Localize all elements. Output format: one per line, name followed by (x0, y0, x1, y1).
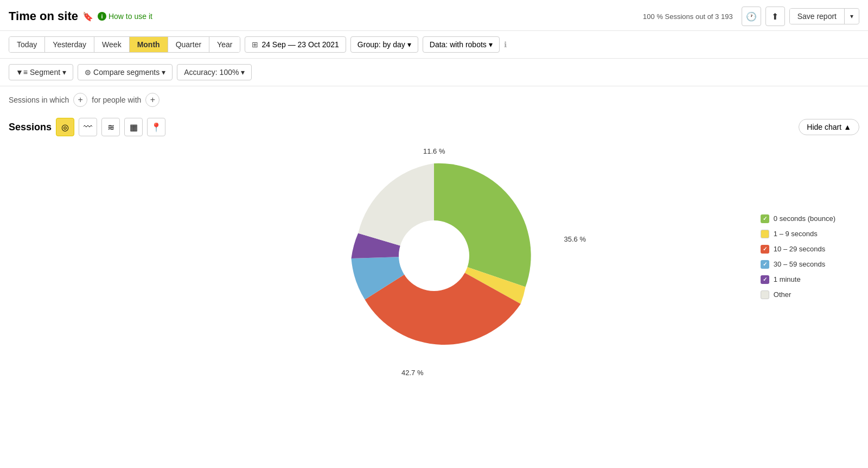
tab-year[interactable]: Year (209, 37, 240, 52)
geo-chart-type-button[interactable]: 📍 (147, 118, 165, 136)
date-range-value: 24 Sep — 23 Oct 2021 (261, 40, 339, 49)
sessions-info: 100 % Sessions out of 3 193 (643, 12, 733, 21)
area-chart-type-button[interactable]: ≋ (101, 118, 120, 136)
chevron-down-icon-3: ▾ (62, 68, 66, 77)
tab-yesterday[interactable]: Yesterday (45, 37, 94, 52)
legend-color-1min[interactable] (761, 275, 769, 284)
date-tab-group: Today Yesterday Week Month Quarter Year (9, 36, 240, 53)
donut-hole (399, 220, 469, 291)
data-filter-dropdown[interactable]: Data: with robots ▾ (423, 36, 500, 53)
add-people-condition-button[interactable]: + (145, 93, 159, 107)
legend-label-10-29: 10 – 29 seconds (774, 245, 825, 253)
sessions-in-which-text: Sessions in which (9, 96, 69, 104)
legend-label-other: Other (774, 290, 792, 299)
date-bar: Today Yesterday Week Month Quarter Year … (0, 31, 868, 59)
legend-color-bounce[interactable] (761, 214, 769, 223)
legend-item-1-9: 1 – 9 seconds (761, 230, 835, 238)
filter-icon: ▼≡ (16, 68, 28, 77)
save-report-dropdown[interactable]: ▾ (845, 9, 859, 23)
legend-item-10-29: 10 – 29 seconds (761, 245, 835, 254)
chevron-down-icon: ▾ (407, 40, 411, 49)
tab-quarter[interactable]: Quarter (168, 37, 209, 52)
legend-label-1min: 1 minute (774, 275, 801, 283)
tab-today[interactable]: Today (9, 37, 45, 52)
legend-item-other: Other (761, 290, 835, 299)
export-icon-button[interactable]: ⬆ (765, 7, 785, 26)
legend-item-1min: 1 minute (761, 275, 835, 284)
clock-icon-button[interactable]: 🕐 (742, 7, 761, 26)
info-icon: i (98, 12, 106, 21)
legend-label-30-59: 30 – 59 seconds (774, 260, 825, 268)
bookmark-icon[interactable]: 🔖 (82, 11, 93, 22)
segment-bar: Sessions in which + for people with + (0, 86, 868, 113)
label-other-percent: 11.6 % (423, 147, 445, 155)
for-people-with-text: for people with (92, 96, 141, 104)
chevron-down-icon-4: ▾ (162, 68, 165, 77)
line-chart-type-button[interactable]: 〰 (79, 118, 97, 136)
chevron-down-icon-5: ▾ (241, 68, 245, 77)
compare-segments-button[interactable]: ⊜ Compare segments ▾ (78, 64, 173, 80)
accuracy-button[interactable]: Accuracy: 100% ▾ (177, 64, 252, 80)
chart-wrapper: 11.6 % 35.6 % 42.7 % 0 seconds (bounce (0, 136, 868, 377)
filter-bar: ▼≡ Segment ▾ ⊜ Compare segments ▾ Accura… (0, 59, 868, 86)
legend-item-bounce: 0 seconds (bounce) (761, 214, 835, 223)
group-by-dropdown[interactable]: Group: by day ▾ (350, 36, 418, 53)
top-right-area: 100 % Sessions out of 3 193 🕐 ⬆ Save rep… (643, 7, 859, 26)
title-area: Time on site 🔖 i How to use it (9, 9, 152, 23)
label-bounce-percent: 35.6 % (564, 235, 586, 243)
tab-month[interactable]: Month (130, 37, 168, 52)
tab-week[interactable]: Week (94, 37, 130, 52)
page-title: Time on site (9, 9, 78, 23)
bar-chart-type-button[interactable]: ▦ (124, 118, 143, 136)
legend-item-30-59: 30 – 59 seconds (761, 260, 835, 269)
chart-legend: 0 seconds (bounce) 1 – 9 seconds 10 – 29… (761, 214, 835, 299)
legend-color-1-9[interactable] (761, 230, 769, 238)
calendar-icon: ⊞ (252, 40, 258, 49)
chevron-up-icon: ▲ (844, 123, 851, 131)
save-report-button[interactable]: Save report ▾ (789, 8, 859, 24)
label-10-29-percent: 42.7 % (401, 369, 423, 377)
sessions-header: Sessions ◎ 〰 ≋ ▦ 📍 Hide chart ▲ (9, 118, 859, 136)
pie-chart-svg (331, 153, 537, 359)
hide-chart-button[interactable]: Hide chart ▲ (799, 119, 859, 135)
add-session-condition-button[interactable]: + (73, 93, 87, 107)
save-report-main[interactable]: Save report (790, 9, 845, 24)
sessions-section: Sessions ◎ 〰 ≋ ▦ 📍 Hide chart ▲ (0, 113, 868, 136)
top-bar: Time on site 🔖 i How to use it 100 % Ses… (0, 0, 868, 31)
sessions-label: Sessions (9, 122, 52, 133)
info-help-icon[interactable]: ℹ (504, 40, 507, 49)
chevron-down-icon-2: ▾ (489, 40, 493, 49)
legend-label-1-9: 1 – 9 seconds (774, 230, 818, 238)
legend-color-other (761, 290, 769, 299)
compare-icon: ⊜ (85, 68, 91, 77)
sessions-left: Sessions ◎ 〰 ≋ ▦ 📍 (9, 118, 165, 136)
legend-color-10-29[interactable] (761, 245, 769, 254)
legend-color-30-59[interactable] (761, 260, 769, 269)
donut-chart-type-button[interactable]: ◎ (56, 118, 74, 136)
how-to-use-link[interactable]: i How to use it (98, 12, 152, 21)
date-picker-button[interactable]: ⊞ 24 Sep — 23 Oct 2021 (245, 36, 346, 53)
segment-button[interactable]: ▼≡ Segment ▾ (9, 64, 73, 80)
pie-chart-container: 11.6 % 35.6 % 42.7 % (331, 153, 537, 361)
legend-label-bounce: 0 seconds (bounce) (774, 214, 835, 223)
